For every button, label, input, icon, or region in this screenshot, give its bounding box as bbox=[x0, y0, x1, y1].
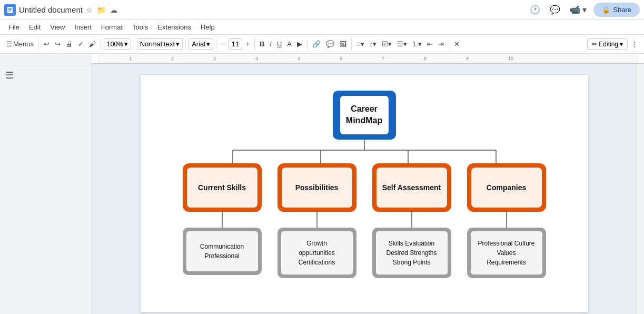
menu-format[interactable]: Format bbox=[97, 22, 127, 33]
bullet-button[interactable]: ☰▾ bbox=[395, 38, 409, 50]
sep6 bbox=[254, 39, 255, 50]
underline-button[interactable]: U bbox=[275, 38, 284, 50]
ruler-bar: 1 2 3 4 5 6 7 8 9 10 bbox=[92, 54, 644, 64]
menu-extensions[interactable]: Extensions bbox=[153, 22, 195, 33]
col-current-skills: Current Skills Communication Professio bbox=[183, 163, 262, 278]
font-value: Arial bbox=[192, 40, 205, 48]
italic-button[interactable]: I bbox=[267, 38, 274, 50]
svg-text:1: 1 bbox=[129, 56, 132, 61]
style-value: Normal text bbox=[140, 40, 175, 48]
spellcheck-button[interactable]: ✓ bbox=[76, 38, 86, 50]
col-possibilities: Possibilities Growth oppurtunities Certi… bbox=[278, 163, 356, 278]
menu-edit[interactable]: Edit bbox=[25, 22, 45, 33]
svg-rect-2 bbox=[8, 9, 12, 10]
pencil-icon: ✏ bbox=[592, 41, 597, 48]
indent-increase-button[interactable]: ⇥ bbox=[436, 38, 446, 50]
bold-button[interactable]: B bbox=[257, 38, 266, 50]
share-label: Share bbox=[613, 6, 631, 14]
font-size-increase[interactable]: + bbox=[243, 38, 252, 50]
history-button[interactable]: 🕐 bbox=[527, 3, 543, 16]
editing-arrow: ▾ bbox=[620, 41, 623, 48]
level2-companies-inner: Professional Culture Values Requirements bbox=[470, 230, 543, 276]
sep1 bbox=[38, 39, 39, 50]
level2-self-assessment[interactable]: Skills Evaluation Desired Strengths Stro… bbox=[372, 228, 451, 278]
font-size-dropdown[interactable]: 11 bbox=[229, 38, 242, 50]
redo-button[interactable]: ↪ bbox=[53, 38, 63, 50]
level1-self-assessment[interactable]: Self Assessment bbox=[372, 163, 451, 212]
svg-text:10: 10 bbox=[508, 56, 513, 61]
doc-title-area: Untitled document ☆ 📁 ☁ bbox=[19, 5, 118, 15]
paint-format-button[interactable]: 🖌 bbox=[87, 38, 98, 50]
share-button[interactable]: 🔒 Share bbox=[593, 3, 640, 17]
level1-possibilities-wrap: Possibilities bbox=[278, 163, 356, 212]
sep5 bbox=[216, 39, 216, 50]
link-button[interactable]: 🔗 bbox=[310, 38, 323, 50]
level2-label-1: Growth oppurtunities Certifications bbox=[299, 239, 335, 267]
level1-possibilities[interactable]: Possibilities bbox=[278, 163, 356, 212]
menu-file[interactable]: File bbox=[4, 22, 24, 33]
menu-insert[interactable]: Insert bbox=[70, 22, 96, 33]
menu-bar: File Edit View Insert Format Tools Exten… bbox=[0, 20, 644, 35]
top-bar: Untitled document ☆ 📁 ☁ 🕐 💬 📹 ▾ 🔒 Share bbox=[0, 0, 644, 20]
level2-companies-wrap: Professional Culture Values Requirements bbox=[467, 228, 546, 278]
comments-button[interactable]: 💬 bbox=[547, 3, 563, 16]
clear-format-button[interactable]: ✕ bbox=[452, 38, 462, 50]
align-button[interactable]: ≡▾ bbox=[354, 38, 366, 50]
ruler-inner: 1 2 3 4 5 6 7 8 9 10 bbox=[97, 54, 639, 63]
svg-text:3: 3 bbox=[213, 56, 216, 61]
level2-possibilities[interactable]: Growth oppurtunities Certifications bbox=[278, 228, 356, 278]
editing-mode-button[interactable]: ✏ Editing ▾ bbox=[587, 38, 628, 50]
indent-decrease-button[interactable]: ⇤ bbox=[425, 38, 435, 50]
line-spacing-button[interactable]: ↕▾ bbox=[368, 38, 379, 50]
style-dropdown[interactable]: Normal text ▾ bbox=[137, 38, 183, 50]
sep4 bbox=[185, 39, 186, 50]
level2-current-skills[interactable]: Communication Professional bbox=[183, 228, 262, 275]
ruler: 1 2 3 4 5 6 7 8 9 10 bbox=[0, 54, 644, 64]
svg-rect-1 bbox=[8, 8, 12, 9]
svg-text:6: 6 bbox=[340, 56, 342, 61]
image-button[interactable]: 🖼 bbox=[338, 38, 349, 50]
level1-label-1: Possibilities bbox=[295, 183, 339, 192]
level1-companies-inner: Companies bbox=[470, 166, 543, 209]
menu-help[interactable]: Help bbox=[196, 22, 219, 33]
checklist-button[interactable]: ☑▾ bbox=[380, 38, 394, 50]
numbered-button[interactable]: 1.▾ bbox=[410, 38, 424, 50]
toolbar-expand-button[interactable]: ⋮ bbox=[629, 38, 640, 50]
comment-inline-button[interactable]: 💬 bbox=[324, 38, 336, 50]
print-button[interactable]: 🖨 bbox=[64, 38, 75, 50]
level1-companies[interactable]: Companies bbox=[467, 163, 546, 212]
svg-text:4: 4 bbox=[255, 56, 258, 61]
page-container[interactable]: Career MindMap bbox=[92, 64, 636, 314]
meet-button[interactable]: 📹 ▾ bbox=[567, 3, 589, 16]
app-icon bbox=[4, 4, 16, 16]
level2-possibilities-wrap: Growth oppurtunities Certifications bbox=[278, 228, 356, 278]
undo-button[interactable]: ↩ bbox=[42, 38, 52, 50]
zoom-dropdown[interactable]: 100% ▾ bbox=[104, 38, 131, 50]
menus-label: Menus bbox=[13, 40, 34, 48]
highlight-button[interactable]: ▶ bbox=[295, 38, 304, 50]
right-scrollbar[interactable] bbox=[636, 64, 644, 314]
text-color-button[interactable]: A bbox=[285, 38, 294, 50]
svg-text:9: 9 bbox=[466, 56, 469, 61]
folder-icon[interactable]: 📁 bbox=[96, 5, 107, 15]
level2-companies[interactable]: Professional Culture Values Requirements bbox=[467, 228, 546, 278]
star-icon[interactable]: ☆ bbox=[85, 5, 94, 15]
sidebar-panel: ☰ bbox=[0, 64, 92, 314]
menu-tools[interactable]: Tools bbox=[128, 22, 152, 33]
font-size-decrease[interactable]: − bbox=[219, 38, 227, 50]
style-arrow: ▾ bbox=[176, 40, 180, 48]
menus-button[interactable]: ☰ Menus bbox=[4, 38, 36, 50]
zoom-value: 100% bbox=[107, 41, 123, 48]
cloud-icon[interactable]: ☁ bbox=[109, 5, 118, 15]
sidebar-toggle[interactable]: ☰ bbox=[5, 70, 14, 81]
col-self-assessment: Self Assessment Skills Evaluation Desire… bbox=[372, 163, 451, 278]
ruler-svg: 1 2 3 4 5 6 7 8 9 10 bbox=[97, 54, 639, 63]
level1-current-skills[interactable]: Current Skills bbox=[183, 163, 262, 212]
menu-view[interactable]: View bbox=[46, 22, 69, 33]
root-line2: MindMap bbox=[346, 116, 382, 125]
level2-current-skills-wrap: Communication Professional bbox=[183, 228, 262, 275]
mindmap-container: Career MindMap bbox=[151, 85, 578, 278]
l1-l2-svg-1 bbox=[278, 212, 356, 228]
font-dropdown[interactable]: Arial ▾ bbox=[189, 38, 213, 50]
doc-title[interactable]: Untitled document bbox=[19, 5, 83, 14]
